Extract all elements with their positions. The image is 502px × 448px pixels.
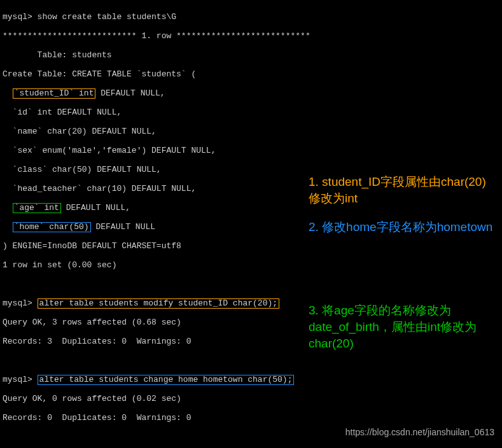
records-line: Records: 3 Duplicates: 0 Warnings: 0	[3, 337, 499, 346]
highlight-alter-change-home: alter table students change home hometow…	[38, 375, 295, 385]
ct1-field: `student_ID` int DEFAULT NULL,	[3, 88, 499, 98]
cmd-line: mysql> show create table students\G	[3, 12, 499, 22]
blank-line	[3, 356, 499, 365]
ct1-field: `name` char(20) DEFAULT NULL,	[3, 127, 499, 136]
highlight-home-char50: `home` char(50)	[13, 222, 91, 232]
rows-in-set: 1 row in set (0.00 sec)	[3, 260, 499, 270]
prompt: mysql>	[3, 375, 38, 384]
ct-prefix: Create Table:	[3, 69, 72, 79]
blank-line	[3, 432, 499, 442]
rest-text: DEFAULT NULL,	[95, 88, 165, 98]
ct1-field: `sex` enum('male','female') DEFAULT NULL…	[3, 146, 499, 155]
ct1-field: `id` int DEFAULT NULL,	[3, 108, 499, 117]
rest-text: DEFAULT NULL,	[61, 203, 130, 213]
rest-text: DEFAULT NULL	[91, 222, 155, 232]
terminal-output: mysql> show create table students\G ****…	[0, 0, 502, 448]
ct1-field: `class` char(50) DEFAULT NULL,	[3, 165, 499, 174]
prompt: mysql>	[3, 298, 38, 308]
table-name-line: Table: students	[3, 50, 499, 60]
highlight-alter-modify: alter table students modify student_ID c…	[38, 298, 279, 309]
cmd-line: mysql> alter table students change home …	[3, 375, 499, 384]
create-table-header: Create Table: CREATE TABLE `students` (	[3, 69, 499, 79]
ct1-field: `age` int DEFAULT NULL,	[3, 203, 499, 213]
cmd-line: mysql> alter table students modify stude…	[3, 298, 499, 308]
highlight-student-id-int: `student_ID` int	[13, 88, 96, 99]
ct1-field: `head_teacher` char(10) DEFAULT NULL,	[3, 184, 499, 193]
blank-line	[3, 279, 499, 289]
query-ok: Query OK, 0 rows affected (0.02 sec)	[3, 394, 499, 403]
highlight-age-int: `age` int	[13, 203, 61, 213]
query-ok: Query OK, 3 rows affected (0.68 sec)	[3, 318, 499, 327]
ct1-field: `home` char(50) DEFAULT NULL	[3, 222, 499, 232]
row-header: *************************** 1. row *****…	[3, 31, 499, 41]
ct1-tail: ) ENGINE=InnoDB DEFAULT CHARSET=utf8	[3, 241, 499, 251]
ct-header-text: CREATE TABLE `students` (	[72, 69, 196, 79]
records-line: Records: 0 Duplicates: 0 Warnings: 0	[3, 413, 499, 423]
